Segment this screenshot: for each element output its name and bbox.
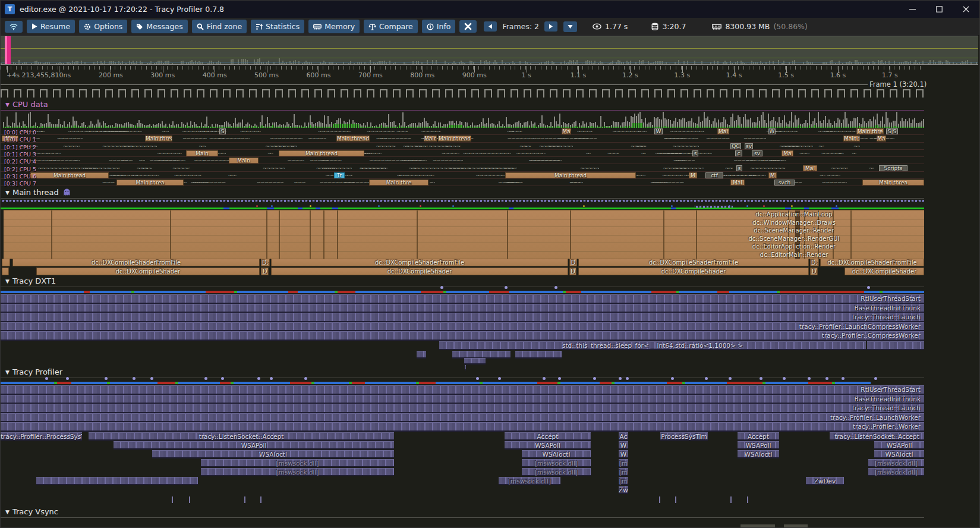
ghost-zone[interactable]: [mswsock.dll] <box>522 468 591 476</box>
ghost-zone[interactable]: Accept <box>738 432 779 441</box>
collapse-triangle-icon[interactable]: ▼ <box>5 190 10 196</box>
ghost-zone[interactable]: W <box>619 441 628 450</box>
compare-button[interactable]: Compare <box>364 20 418 33</box>
options-button[interactable]: Options <box>79 20 127 33</box>
ghost-zone[interactable]: ZwDev <box>806 477 844 485</box>
tools-button[interactable] <box>459 20 477 33</box>
cpu-zone[interactable]: svch <box>774 180 795 186</box>
statistics-button[interactable]: Statistics <box>251 20 304 33</box>
frame-time-graph[interactable] <box>1 36 978 65</box>
cpu-zone[interactable]: QC <box>730 143 741 149</box>
ghost-zone[interactable] <box>36 477 198 485</box>
cpu-zone[interactable]: Main threa <box>862 180 924 186</box>
ghost-zone[interactable]: WSAIoctl <box>874 450 924 458</box>
main-zone[interactable]: dc::SceneManager::RenderGUI <box>663 235 925 243</box>
main-zone[interactable]: dc::DXCompileShader <box>844 268 924 275</box>
ghost-zone[interactable]: ProcessSysTim <box>660 432 708 441</box>
ghost-zone[interactable]: WSAPoll <box>874 441 924 450</box>
main-zone[interactable] <box>2 268 9 275</box>
ghost-zone[interactable]: [m <box>619 468 628 476</box>
cpu-zone[interactable]: Tr <box>334 172 345 178</box>
main-zone[interactable]: dc::EditorAppliction::Render <box>663 243 925 250</box>
cpu-zone[interactable]: Main <box>229 158 259 164</box>
ghost-zone[interactable]: Accept <box>505 432 591 441</box>
close-button[interactable] <box>953 1 979 18</box>
cpu-zone[interactable]: W <box>768 128 776 134</box>
main-zone[interactable]: D: <box>810 259 819 266</box>
ghost-zone[interactable]: [mswsock.dll] <box>522 459 591 467</box>
cpu-zone[interactable]: Ma <box>782 150 793 156</box>
collapse-triangle-icon[interactable]: ▼ <box>5 278 10 284</box>
cpu-zone[interactable]: Main thread <box>30 172 109 178</box>
cpu-zone[interactable]: M <box>768 172 777 178</box>
main-zone[interactable]: dc::SceneManager::Render <box>663 227 925 234</box>
main-zone[interactable] <box>2 259 10 266</box>
cpu-zone[interactable]: Main fi <box>843 136 860 142</box>
ghost-zone-row[interactable]: tracy::Thread::Launch <box>1 313 924 322</box>
main-zone[interactable]: dc::DXCompileShader <box>271 268 568 275</box>
ghost-zone[interactable]: WSAPoll <box>505 441 591 450</box>
time-ruler[interactable]: +4s 213,455,810ns200 ms300 ms400 ms500 m… <box>1 66 924 81</box>
cpu-zone[interactable]: Ma <box>877 136 886 142</box>
ghost-zone[interactable]: [mswsock.dll] <box>201 468 394 476</box>
main-zone[interactable]: dc::DXCompileShader <box>36 268 260 275</box>
cpu-zone[interactable]: M <box>689 172 697 178</box>
cpu-zone[interactable]: Main thread <box>438 136 471 142</box>
cpu-data-section-header[interactable]: ▼CPU data <box>5 100 48 109</box>
main-thread-section-header[interactable]: ▼Main thread <box>5 188 71 197</box>
cpu-zone[interactable]: Mai <box>717 128 729 134</box>
ghost-zone[interactable]: WSAIoctl <box>522 450 591 458</box>
ghost-zone[interactable]: tracy::ListenSocket::Accept <box>89 432 394 441</box>
main-zone[interactable]: D: <box>261 259 270 266</box>
tracy-vsync-section-header[interactable]: ▼Tracy Vsync <box>5 507 58 516</box>
ghost-zone[interactable]: tracy::Profiler::ProcessSysTim <box>1 432 82 441</box>
ghost-zone-row[interactable]: tracy::Profiler::Worker <box>1 422 924 432</box>
ghost-zone[interactable]: std::this_thread::sleep_for< __int64,std… <box>439 341 866 350</box>
frame-ticks-row[interactable] <box>1 89 924 98</box>
tracy-dxt1-section-header[interactable]: ▼Tracy DXT1 <box>5 276 56 285</box>
cpu-zone[interactable]: Main <box>186 150 218 156</box>
ghost-zone-row[interactable]: BaseThreadInitThunk <box>1 395 924 404</box>
maximize-button[interactable] <box>926 1 953 18</box>
ghost-zone-row[interactable]: tracy::Thread::Launch <box>1 404 924 413</box>
cpu-zone[interactable]: Main thread <box>505 172 636 178</box>
minimize-button[interactable] <box>899 1 926 18</box>
connection-button[interactable] <box>5 21 23 33</box>
cpu-zone[interactable]: S|S <box>886 128 898 134</box>
ghost-zone-row[interactable]: tracy::Profiler::LaunchWorker <box>1 413 924 423</box>
main-zone[interactable]: D <box>569 268 576 275</box>
cpu-zone[interactable]: s <box>736 165 742 171</box>
frame-marker-label[interactable]: Frame 1 (3:20.1) <box>868 80 928 89</box>
cpu-zone[interactable]: sv <box>752 150 762 156</box>
ghost-zone-row[interactable]: tracy::Profiler::LaunchCompressWorker <box>1 322 924 332</box>
ghost-zone[interactable]: WSAIoctl <box>152 450 394 458</box>
cpu-zone[interactable]: Main thread <box>145 136 172 142</box>
frame-set-dropdown-button[interactable] <box>563 21 577 32</box>
collapse-triangle-icon[interactable]: ▼ <box>5 369 10 375</box>
collapse-triangle-icon[interactable]: ▼ <box>5 509 10 515</box>
ghost-zone-row[interactable]: tracy::Profiler::CompressWorker <box>1 331 924 341</box>
main-zone[interactable]: dc::DXCompileShader <box>578 268 809 275</box>
ghost-zone[interactable]: Zw <box>619 486 628 494</box>
prev-frame-button[interactable] <box>484 21 497 32</box>
cpu-zone[interactable]: sv <box>745 143 753 149</box>
main-zone[interactable]: dc::DXCompileShaderFromFile <box>578 259 809 266</box>
messages-button[interactable]: Messages <box>131 20 187 33</box>
cpu-zone[interactable]: Ma <box>562 128 571 134</box>
cpu-zone[interactable]: c <box>735 150 742 156</box>
main-zone[interactable]: D <box>810 268 818 275</box>
resume-button[interactable]: Resume <box>27 20 75 33</box>
cpu-zone[interactable]: Main thread <box>279 150 364 156</box>
ghost-zone[interactable]: [mswsock.dll] <box>868 468 924 476</box>
ghost-zone-row[interactable]: BaseThreadInitThunk <box>1 304 924 313</box>
ghost-zone[interactable]: W <box>619 450 628 458</box>
ghost-zone[interactable]: [mswsock.dll] <box>201 459 394 467</box>
ghost-zone[interactable]: [mswsock.dll] <box>499 477 560 485</box>
cpu-zone[interactable]: Main threa <box>116 180 184 186</box>
cpu-zone[interactable]: S <box>219 128 226 134</box>
main-zone[interactable]: dc::EditorMain::Render <box>663 252 925 259</box>
cpu-zone[interactable]: Mal <box>730 180 745 186</box>
main-zone[interactable]: dc::DXCompileShaderFromFile <box>820 259 924 266</box>
cpu-zone[interactable]: Main thre <box>856 128 884 134</box>
cpu-zone[interactable]: Main thread <box>336 136 370 142</box>
